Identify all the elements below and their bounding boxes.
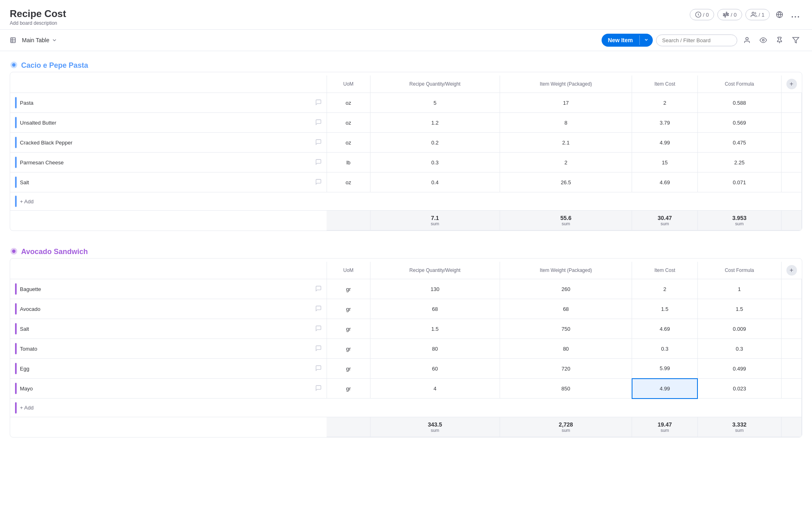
- cell-4[interactable]: 1.5: [697, 299, 781, 319]
- add-column-btn[interactable]: +: [786, 265, 797, 276]
- cell-1[interactable]: 130: [370, 279, 500, 299]
- col-header-4: Cost Formula: [697, 262, 781, 279]
- cell-4[interactable]: 0.569: [697, 113, 781, 133]
- cell-3[interactable]: 1.5: [632, 299, 698, 319]
- eye-icon-btn[interactable]: [757, 34, 770, 47]
- more-btn[interactable]: ...: [789, 8, 802, 21]
- comment-icon[interactable]: [315, 119, 322, 127]
- pin-icon-btn[interactable]: [773, 34, 786, 47]
- cell-0[interactable]: gr: [327, 319, 370, 339]
- add-row[interactable]: + Add: [10, 399, 802, 417]
- group-expand-icon[interactable]: [10, 247, 18, 256]
- cell-3[interactable]: 3.79: [632, 113, 698, 133]
- comment-icon[interactable]: [315, 159, 322, 166]
- cell-2[interactable]: 850: [500, 379, 632, 399]
- integration-pill[interactable]: / 0: [717, 9, 742, 20]
- row-name-cell: Avocado: [10, 299, 327, 319]
- cell-4[interactable]: 0.475: [697, 133, 781, 153]
- comment-icon[interactable]: [315, 365, 322, 373]
- cell-0[interactable]: oz: [327, 133, 370, 153]
- cell-2[interactable]: 17: [500, 93, 632, 113]
- pin-icon: [776, 37, 783, 44]
- new-item-arrow[interactable]: [640, 34, 653, 47]
- cell-3[interactable]: 2: [632, 93, 698, 113]
- cell-4[interactable]: 1: [697, 279, 781, 299]
- cell-1[interactable]: 0.4: [370, 172, 500, 192]
- globe-btn[interactable]: [773, 8, 786, 21]
- cell-2[interactable]: 750: [500, 319, 632, 339]
- cell-4[interactable]: 2.25: [697, 153, 781, 172]
- recipe-table: UoMRecipe Quantity/WeightItem Weight (Pa…: [10, 75, 802, 231]
- cell-1[interactable]: 80: [370, 339, 500, 359]
- cell-1[interactable]: 1.2: [370, 113, 500, 133]
- members-pill[interactable]: / 1: [745, 9, 770, 20]
- new-item-btn[interactable]: New Item: [602, 34, 653, 47]
- comment-icon[interactable]: [315, 345, 322, 353]
- cell-1[interactable]: 4: [370, 379, 500, 399]
- cell-3[interactable]: 4.99: [632, 133, 698, 153]
- cell-2[interactable]: 8: [500, 113, 632, 133]
- cell-0[interactable]: oz: [327, 93, 370, 113]
- cell-2[interactable]: 2.1: [500, 133, 632, 153]
- cell-2[interactable]: 26.5: [500, 172, 632, 192]
- row-name-cell: Egg: [10, 359, 327, 379]
- comment-icon[interactable]: [315, 99, 322, 107]
- cell-0[interactable]: gr: [327, 379, 370, 399]
- comment-icon[interactable]: [315, 385, 322, 392]
- new-item-label: New Item: [602, 34, 639, 47]
- cell-1[interactable]: 0.3: [370, 153, 500, 172]
- cell-1[interactable]: 60: [370, 359, 500, 379]
- sum-label: sum: [703, 428, 776, 433]
- cell-3[interactable]: 4.69: [632, 319, 698, 339]
- cell-2[interactable]: 2: [500, 153, 632, 172]
- comment-icon[interactable]: [315, 139, 322, 147]
- cell-1[interactable]: 5: [370, 93, 500, 113]
- cell-0[interactable]: lb: [327, 153, 370, 172]
- row-name-cell: Parmesan Cheese: [10, 153, 327, 172]
- cell-1[interactable]: 68: [370, 299, 500, 319]
- comment-icon[interactable]: [315, 325, 322, 333]
- cell-4[interactable]: 0.023: [697, 379, 781, 399]
- cell-3[interactable]: 4.69: [632, 172, 698, 192]
- cell-3[interactable]: 0.3: [632, 339, 698, 359]
- cell-0[interactable]: gr: [327, 359, 370, 379]
- cell-0[interactable]: gr: [327, 339, 370, 359]
- cell-4[interactable]: 0.071: [697, 172, 781, 192]
- globe-icon: [776, 11, 783, 18]
- group-title[interactable]: Cacio e Pepe Pasta: [21, 61, 88, 70]
- cell-0[interactable]: gr: [327, 279, 370, 299]
- add-row[interactable]: + Add: [10, 192, 802, 211]
- cell-4[interactable]: 0.3: [697, 339, 781, 359]
- cell-2[interactable]: 260: [500, 279, 632, 299]
- sum-label: sum: [637, 221, 693, 226]
- cell-4[interactable]: 0.588: [697, 93, 781, 113]
- main-table-btn[interactable]: Main Table: [19, 35, 61, 45]
- comment-icon[interactable]: [315, 305, 322, 313]
- cell-1[interactable]: 1.5: [370, 319, 500, 339]
- cell-2[interactable]: 68: [500, 299, 632, 319]
- cell-4[interactable]: 0.009: [697, 319, 781, 339]
- cell-4[interactable]: 0.499: [697, 359, 781, 379]
- person-icon-btn[interactable]: [741, 34, 754, 47]
- add-column-btn[interactable]: +: [786, 79, 797, 89]
- filter-icon-btn[interactable]: [789, 34, 802, 47]
- cell-3[interactable]: 5.99: [632, 359, 698, 379]
- cell-0[interactable]: oz: [327, 172, 370, 192]
- group-avocado: Avocado SandwichUoMRecipe Quantity/Weigh…: [10, 247, 802, 438]
- row-add-col: [781, 359, 802, 379]
- cell-3[interactable]: 2: [632, 279, 698, 299]
- group-title[interactable]: Avocado Sandwich: [21, 248, 88, 256]
- app-subtitle[interactable]: Add board description: [10, 20, 66, 26]
- cell-1[interactable]: 0.2: [370, 133, 500, 153]
- activity-pill[interactable]: / 0: [690, 9, 714, 20]
- cell-3[interactable]: 15: [632, 153, 698, 172]
- cell-0[interactable]: oz: [327, 113, 370, 133]
- search-input[interactable]: [656, 34, 737, 46]
- cell-2[interactable]: 80: [500, 339, 632, 359]
- cell-0[interactable]: gr: [327, 299, 370, 319]
- comment-icon[interactable]: [315, 285, 322, 293]
- comment-icon[interactable]: [315, 179, 322, 186]
- cell-3[interactable]: 4.99: [632, 379, 698, 399]
- group-expand-icon[interactable]: [10, 61, 18, 70]
- cell-2[interactable]: 720: [500, 359, 632, 379]
